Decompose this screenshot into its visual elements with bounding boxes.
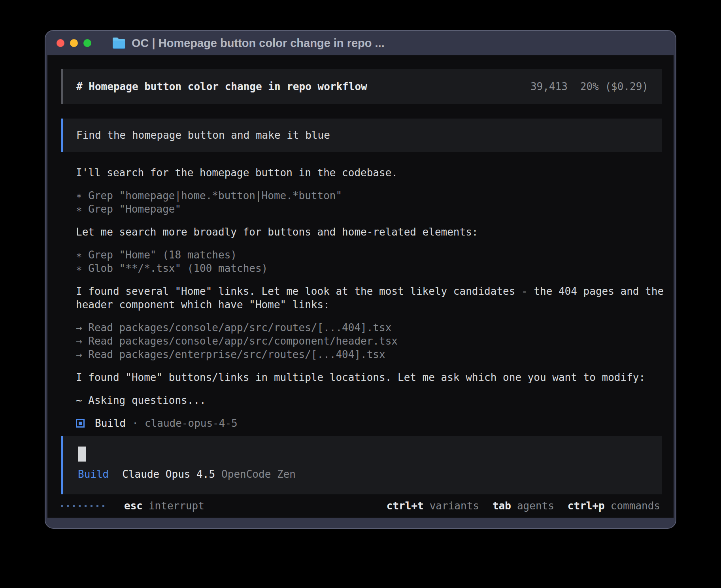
user-message: Find the homepage button and make it blu… — [61, 119, 662, 152]
close-button[interactable] — [57, 39, 64, 47]
terminal-content: # Homepage button color change in repo w… — [47, 55, 674, 518]
tool-call-block: → Read packages/console/app/src/routes/[… — [76, 321, 669, 361]
spinner-dot — [73, 505, 75, 507]
spinner-dot — [96, 505, 98, 507]
conversation-line: → Read packages/console/app/src/componen… — [76, 334, 669, 348]
traffic-lights — [57, 39, 91, 47]
shortcut-key: tab — [493, 500, 511, 512]
assistant-text: ~ Asking questions... — [76, 394, 669, 407]
conversation-line: Let me search more broadly for buttons a… — [76, 225, 669, 239]
spinner-dot — [67, 505, 69, 507]
assistant-text: I'll search for the homepage button in t… — [76, 166, 669, 179]
agent-name: Build — [95, 416, 126, 430]
window-titlebar: OC | Homepage button color change in rep… — [45, 31, 676, 55]
session-title: # Homepage button color change in repo w… — [76, 81, 367, 92]
token-count: 39,413 — [530, 81, 568, 92]
shortcut: ctrl+pcommands — [568, 500, 660, 512]
spinner-dot — [79, 505, 81, 507]
tool-call-block: ∗ Grep "homepage|home.*button|Home.*butt… — [76, 189, 669, 216]
agent-model: claude-opus-4-5 — [145, 416, 238, 430]
input-model: Claude Opus 4.5 — [122, 468, 215, 480]
conversation-line: → Read packages/enterprise/src/routes/[.… — [76, 348, 669, 361]
shortcut-key: ctrl+t — [387, 500, 424, 512]
shortcut-label: commands — [611, 500, 660, 512]
status-bar: esc interrupt ctrl+tvariantstabagentsctr… — [61, 497, 660, 514]
interrupt-label: interrupt — [149, 500, 204, 512]
spinner-dot — [91, 505, 92, 507]
shortcut: tabagents — [493, 500, 554, 512]
minimize-button[interactable] — [70, 39, 78, 47]
conversation-line: ∗ Grep "homepage|home.*button|Home.*butt… — [76, 189, 669, 202]
conversation-line: ~ Asking questions... — [76, 394, 669, 407]
status-bar-left: esc interrupt — [61, 500, 204, 512]
shortcut: ctrl+tvariants — [387, 500, 479, 512]
desktop-background: OC | Homepage button color change in rep… — [0, 0, 721, 588]
assistant-messages: I'll search for the homepage button in t… — [76, 166, 669, 407]
esc-key-hint: esc — [124, 500, 143, 512]
session-stats: 39,413 20% ($0.29) — [530, 81, 648, 92]
conversation-line: I found "Home" buttons/links in multiple… — [76, 371, 669, 384]
spinner-dot — [61, 505, 63, 507]
conversation-line: I'll search for the homepage button in t… — [76, 166, 669, 179]
shortcut-list: ctrl+tvariantstabagentsctrl+pcommands — [387, 500, 660, 512]
zoom-button[interactable] — [83, 39, 91, 47]
context-usage: 20% ($0.29) — [580, 81, 648, 92]
text-cursor — [78, 447, 86, 462]
user-message-text: Find the homepage button and make it blu… — [76, 129, 330, 141]
assistant-text: I found "Home" buttons/links in multiple… — [76, 371, 669, 384]
prompt-input[interactable]: Build Claude Opus 4.5 OpenCode Zen — [61, 436, 662, 494]
spinner-dot — [102, 505, 104, 507]
assistant-text: Let me search more broadly for buttons a… — [76, 225, 669, 239]
conversation: I'll search for the homepage button in t… — [76, 166, 669, 430]
conversation-line: ∗ Grep "Home" (18 matches) — [76, 248, 669, 262]
conversation-line: → Read packages/console/app/src/routes/[… — [76, 321, 669, 334]
conversation-line: I found several "Home" links. Let me loo… — [76, 285, 669, 311]
conversation-line: ∗ Glob "**/*.tsx" (100 matches) — [76, 262, 669, 275]
assistant-text: I found several "Home" links. Let me loo… — [76, 285, 669, 311]
shortcut-label: agents — [517, 500, 554, 512]
window-title: OC | Homepage button color change in rep… — [132, 37, 385, 50]
agent-separator: · — [132, 416, 138, 430]
spinner-dot — [85, 505, 87, 507]
input-mode: Build — [78, 468, 109, 480]
build-agent-icon — [76, 419, 85, 428]
input-provider: OpenCode Zen — [221, 468, 296, 480]
shortcut-key: ctrl+p — [568, 500, 605, 512]
tool-call-block: ∗ Grep "Home" (18 matches)∗ Glob "**/*.t… — [76, 248, 669, 275]
input-meta: Build Claude Opus 4.5 OpenCode Zen — [78, 468, 648, 480]
session-header: # Homepage button color change in repo w… — [61, 69, 662, 104]
folder-icon — [112, 37, 126, 49]
conversation-line: ∗ Grep "Homepage" — [76, 202, 669, 216]
spinner — [61, 505, 104, 507]
terminal-window: OC | Homepage button color change in rep… — [45, 30, 676, 529]
shortcut-label: variants — [430, 500, 479, 512]
agent-status-row: Build · claude-opus-4-5 — [76, 416, 669, 430]
